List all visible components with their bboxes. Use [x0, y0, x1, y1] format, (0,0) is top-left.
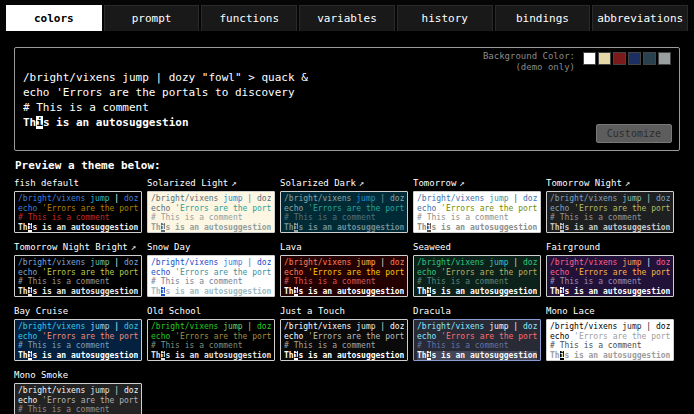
tab-colors[interactable]: colors	[6, 5, 102, 31]
theme-title-link[interactable]: Dracula	[413, 306, 541, 317]
theme-preview-card[interactable]: /bright/vixens jump | dozy "fowl" > quac…	[413, 191, 541, 233]
terminal-line: This is an autosuggestion	[550, 351, 670, 361]
theme-title-link[interactable]: Solarized Light↗	[147, 178, 275, 189]
theme-preview-card[interactable]: /bright/vixens jump | dozy "fowl" > quac…	[546, 319, 674, 361]
theme-title-link[interactable]: Old School	[147, 306, 275, 317]
code-token-command: dozy	[656, 322, 670, 331]
terminal-line: This is an autosuggestion	[550, 287, 670, 297]
theme-name: Bay Cruise	[14, 306, 68, 316]
theme-title-link[interactable]: Bay Cruise	[14, 306, 142, 317]
theme-title-link[interactable]: Tomorrow Night↗	[546, 178, 674, 189]
theme-title-link[interactable]: Mono Lace	[546, 306, 674, 317]
theme-cell: Lava /bright/vixens jump | dozy "fowl" >…	[280, 242, 408, 297]
code-token-param: jump	[223, 322, 242, 331]
code-token-comment: # This is a comment	[18, 405, 110, 414]
theme-preview-card[interactable]: /bright/vixens jump | dozy "fowl" > quac…	[14, 383, 142, 414]
tab-history[interactable]: history	[397, 5, 493, 31]
theme-preview-card[interactable]: /bright/vixens jump | dozy "fowl" > quac…	[546, 191, 674, 233]
code-token-command: dozy	[523, 322, 537, 331]
theme-title-link[interactable]: Just a Touch	[280, 306, 408, 317]
theme-title-link[interactable]: Fairground	[546, 242, 674, 253]
background-color-swatch[interactable]	[583, 52, 596, 65]
code-token-autosuggestion: s is an autosuggestion	[431, 351, 537, 360]
terminal-line: This is an autosuggestion	[23, 115, 671, 130]
theme-preview-card[interactable]: /bright/vixens jump | dozy "fowl" > quac…	[147, 319, 275, 361]
code-token-comment: # This is a comment	[550, 341, 642, 350]
theme-title-link[interactable]: Lava	[280, 242, 408, 253]
code-token-autosuggestion: Th	[550, 351, 560, 360]
theme-title-link[interactable]: fish default	[14, 178, 142, 189]
theme-preview-card[interactable]: /bright/vixens jump | dozy "fowl" > quac…	[413, 319, 541, 361]
theme-title-link[interactable]: Tomorrow Night Bright↗	[14, 242, 142, 253]
code-token-autosuggestion: s is an autosuggestion	[43, 116, 189, 129]
tab-variables[interactable]: variables	[299, 5, 395, 31]
code-token-command: echo	[417, 268, 436, 277]
theme-preview-card[interactable]: /bright/vixens jump | dozy "fowl" > quac…	[14, 191, 142, 233]
terminal-line: This is an autosuggestion	[18, 223, 138, 233]
code-token-command: dozy	[124, 194, 138, 203]
theme-preview-card[interactable]: /bright/vixens jump | dozy "fowl" > quac…	[14, 255, 142, 297]
tab-abbreviations[interactable]: abbreviations	[592, 5, 688, 31]
theme-title-link[interactable]: Seaweed	[413, 242, 541, 253]
theme-name: Fairground	[546, 242, 600, 252]
theme-cell: Tomorrow Night Bright↗ /bright/vixens ju…	[14, 242, 142, 297]
theme-preview-card[interactable]: /bright/vixens jump | dozy "fowl" > quac…	[147, 191, 275, 233]
terminal-line: /bright/vixens jump | dozy "fowl" > quac…	[18, 322, 138, 332]
code-token-autosuggestion: s is an autosuggestion	[564, 223, 670, 232]
theme-cell: Mono Smoke /bright/vixens jump | dozy "f…	[14, 370, 142, 414]
theme-preview-card[interactable]: /bright/vixens jump | dozy "fowl" > quac…	[280, 255, 408, 297]
code-token-param: jump	[489, 258, 508, 267]
code-token-autosuggestion: Th	[18, 287, 28, 296]
code-token-autosuggestion: s is an autosuggestion	[32, 287, 138, 296]
terminal-line: echo 'Errors are the portals to discover…	[284, 204, 404, 214]
code-token-autosuggestion: Th	[151, 351, 161, 360]
background-color-swatch[interactable]	[628, 52, 641, 65]
code-token-command: echo	[284, 332, 303, 341]
theme-preview-card[interactable]: /bright/vixens jump | dozy "fowl" > quac…	[14, 319, 142, 361]
background-color-swatch[interactable]	[598, 52, 611, 65]
code-token-command: echo	[417, 332, 436, 341]
code-token-param: jump	[356, 258, 375, 267]
code-token-command: echo	[18, 332, 37, 341]
code-token-command: echo	[550, 332, 569, 341]
theme-title-link[interactable]: Snow Day	[147, 242, 275, 253]
theme-preview-card[interactable]: /bright/vixens jump | dozy "fowl" > quac…	[280, 319, 408, 361]
code-token-quote: 'Errors are the portals to discovery	[175, 268, 271, 277]
terminal-line: This is an autosuggestion	[151, 223, 271, 233]
customize-button[interactable]: Customize	[596, 124, 672, 143]
theme-title-link[interactable]: Mono Smoke	[14, 370, 142, 381]
code-token-quote: 'Errors are the portals to discovery	[175, 332, 271, 341]
terminal-line: echo 'Errors are the portals to discover…	[284, 268, 404, 278]
code-token-param: jump	[622, 194, 641, 203]
background-color-swatch[interactable]	[658, 52, 671, 65]
code-token-comment: # This is a comment	[417, 277, 509, 286]
tab-bindings[interactable]: bindings	[495, 5, 591, 31]
code-token-command: /bright/vixens	[550, 194, 617, 203]
theme-preview-card[interactable]: /bright/vixens jump | dozy "fowl" > quac…	[280, 191, 408, 233]
theme-preview-card[interactable]: /bright/vixens jump | dozy "fowl" > quac…	[413, 255, 541, 297]
code-token-command: echo	[23, 86, 50, 99]
code-token-autosuggestion: s is an autosuggestion	[564, 351, 670, 360]
tab-prompt[interactable]: prompt	[104, 5, 200, 31]
terminal-line: echo 'Errors are the portals to discover…	[417, 268, 537, 278]
terminal-line: echo 'Errors are the portals to discover…	[18, 204, 138, 214]
theme-title-link[interactable]: Solarized Dark↗	[280, 178, 408, 189]
theme-name: Seaweed	[413, 242, 451, 252]
tab-functions[interactable]: functions	[201, 5, 297, 31]
code-token-comment: # This is a comment	[151, 277, 243, 286]
theme-title-link[interactable]: Tomorrow↗	[413, 178, 541, 189]
terminal-line: /bright/vixens jump | dozy "fowl" > quac…	[417, 322, 537, 332]
code-token-autosuggestion: s is an autosuggestion	[165, 351, 271, 360]
cursor-block: i	[36, 116, 43, 129]
code-token-autosuggestion: Th	[284, 287, 294, 296]
code-token-command: dozy	[656, 194, 670, 203]
theme-name: Snow Day	[147, 242, 190, 252]
terminal-line: echo 'Errors are the portals to discover…	[23, 85, 671, 100]
terminal-line: # This is a comment	[18, 405, 138, 414]
background-color-swatch[interactable]	[643, 52, 656, 65]
code-token-autosuggestion: Th	[151, 287, 161, 296]
terminal-line: /bright/vixens jump | dozy "fowl" > quac…	[417, 258, 537, 268]
theme-preview-card[interactable]: /bright/vixens jump | dozy "fowl" > quac…	[546, 255, 674, 297]
theme-preview-card[interactable]: /bright/vixens jump | dozy "fowl" > quac…	[147, 255, 275, 297]
background-color-swatch[interactable]	[613, 52, 626, 65]
